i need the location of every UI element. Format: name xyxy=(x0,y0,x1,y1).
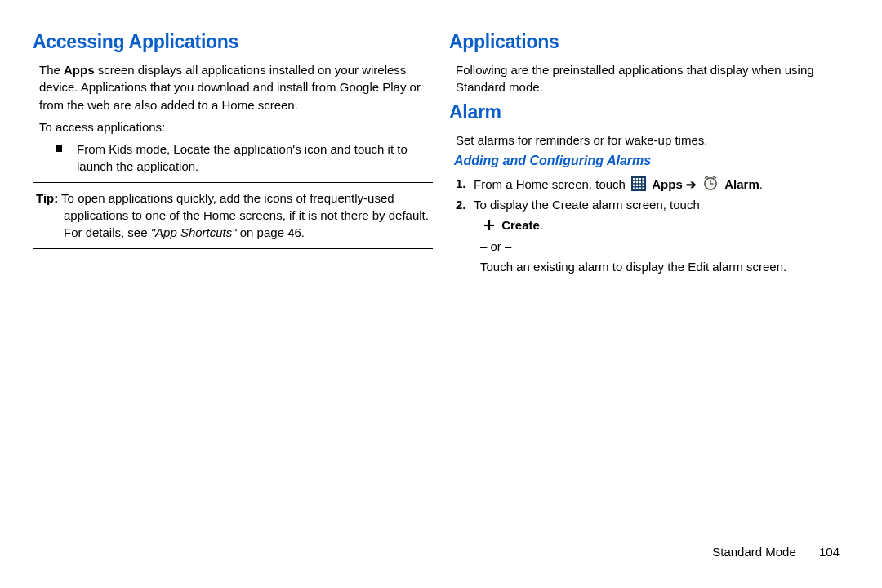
text: . xyxy=(540,218,543,232)
text: screen displays all applications install… xyxy=(39,63,421,112)
tip-label: Tip: xyxy=(36,191,58,205)
svg-rect-3 xyxy=(639,178,641,180)
bullet-text: From Kids mode, Locate the application's… xyxy=(77,140,433,176)
applications-intro: Following are the preinstalled applicati… xyxy=(456,61,849,96)
bullet-item: From Kids mode, Locate the application's… xyxy=(56,140,433,176)
heading-applications: Applications xyxy=(449,31,849,53)
step-1: 1. From a Home screen, touch xyxy=(456,175,849,193)
svg-rect-4 xyxy=(642,178,644,180)
svg-rect-12 xyxy=(642,184,644,185)
svg-rect-16 xyxy=(642,187,644,189)
square-bullet-icon xyxy=(56,145,62,152)
svg-line-22 xyxy=(707,188,709,189)
tip-block: Tip: To open applications quickly, add t… xyxy=(36,189,430,242)
right-column: Applications Following are the preinstal… xyxy=(449,31,849,565)
heading-accessing-applications: Accessing Applications xyxy=(33,31,433,53)
svg-rect-15 xyxy=(639,187,641,189)
arrow: ➔ xyxy=(683,177,700,191)
svg-rect-7 xyxy=(639,181,641,183)
intro-paragraph: The Apps screen displays all application… xyxy=(39,61,433,114)
svg-rect-14 xyxy=(636,187,638,189)
step-body: From a Home screen, touch Ap xyxy=(474,175,849,193)
create-line: Create. xyxy=(480,216,849,234)
svg-rect-5 xyxy=(633,181,635,183)
svg-rect-8 xyxy=(642,181,644,183)
heading-alarm: Alarm xyxy=(449,101,849,123)
text: . xyxy=(760,177,763,191)
ordered-steps: 1. From a Home screen, touch xyxy=(456,175,849,275)
svg-line-23 xyxy=(713,188,715,189)
divider xyxy=(33,182,433,183)
step-2: 2. To display the Create alarm screen, t… xyxy=(456,196,849,213)
bold-apps-label: Apps xyxy=(652,177,683,191)
footer-page-number: 104 xyxy=(819,545,840,559)
to-access-line: To access applications: xyxy=(39,118,433,136)
bold-apps: Apps xyxy=(64,63,95,77)
text: From a Home screen, touch xyxy=(474,177,629,191)
svg-rect-6 xyxy=(636,181,638,183)
page-footer: Standard Mode 104 xyxy=(712,545,840,559)
footer-mode: Standard Mode xyxy=(712,545,796,559)
edit-alarm-line: Touch an existing alarm to display the E… xyxy=(480,258,849,275)
step-body: To display the Create alarm screen, touc… xyxy=(474,196,849,213)
text: To display the Create alarm screen, touc… xyxy=(474,198,700,212)
step-number: 1. xyxy=(456,175,474,193)
svg-rect-2 xyxy=(636,178,638,180)
left-column: Accessing Applications The Apps screen d… xyxy=(33,31,433,565)
svg-rect-11 xyxy=(639,184,641,185)
apps-grid-icon xyxy=(631,176,646,191)
tip-ref: "App Shortcuts" xyxy=(151,225,237,239)
divider xyxy=(33,248,433,249)
bold-create-label: Create xyxy=(501,218,540,232)
subheading-adding-alarms: Adding and Configuring Alarms xyxy=(454,154,849,168)
bold-alarm-label: Alarm xyxy=(724,177,760,191)
step-number: 2. xyxy=(456,196,474,213)
alarm-clock-icon xyxy=(702,175,719,191)
tip-text-c: on page 46. xyxy=(237,225,305,239)
svg-rect-9 xyxy=(633,184,635,185)
or-separator: – or – xyxy=(480,238,849,255)
svg-rect-1 xyxy=(633,178,635,180)
svg-rect-10 xyxy=(636,184,638,185)
alarm-intro: Set alarms for reminders or for wake-up … xyxy=(456,131,849,149)
manual-page: Accessing Applications The Apps screen d… xyxy=(0,0,882,588)
plus-icon xyxy=(483,219,496,232)
text: The xyxy=(39,63,64,77)
svg-rect-13 xyxy=(633,187,635,189)
